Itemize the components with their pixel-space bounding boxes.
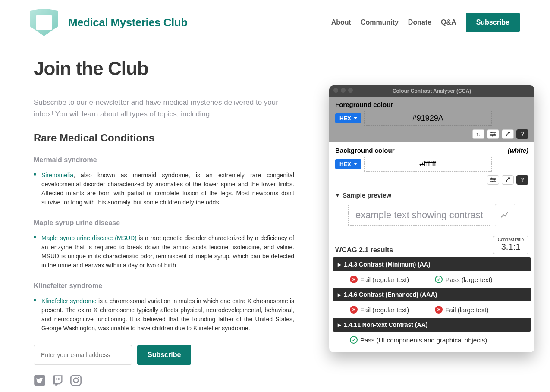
- fail-icon: ✕: [350, 276, 358, 283]
- subscribe-button[interactable]: Subscribe: [466, 13, 520, 32]
- sliders-button[interactable]: [487, 129, 499, 139]
- criterion-1-4-6[interactable]: 1.4.6 Contrast (Enhanced) (AAA): [333, 288, 531, 301]
- email-field[interactable]: [34, 345, 132, 365]
- sliders-button-bg[interactable]: [487, 175, 499, 185]
- ratio-label: Contrast ratio: [498, 237, 524, 242]
- svg-point-5: [494, 134, 495, 135]
- minimize-icon[interactable]: [341, 88, 346, 93]
- main-content: Join the Club Subscribe to our e-newslet…: [0, 45, 328, 386]
- twitter-icon[interactable]: [34, 374, 46, 386]
- sample-preview-section: Sample preview example text showing cont…: [329, 188, 534, 232]
- cca-titlebar[interactable]: Colour Contrast Analyser (CCA): [329, 85, 534, 97]
- chart-icon[interactable]: [495, 204, 515, 226]
- fail-icon: ✕: [435, 306, 443, 314]
- svg-point-6: [492, 135, 493, 137]
- list-item: Sirenomelia, also known as mermaid syndr…: [34, 171, 294, 207]
- nav-community[interactable]: Community: [361, 19, 399, 26]
- eyedropper-button[interactable]: [502, 129, 514, 139]
- sirenomelia-link[interactable]: Sirenomelia: [41, 172, 73, 179]
- svg-rect-1: [71, 376, 81, 386]
- msud-link[interactable]: Maple syrup urine disease (MSUD): [41, 235, 137, 241]
- svg-point-8: [494, 179, 495, 181]
- nav: About Community Donate Q&A Subscribe: [331, 13, 520, 32]
- subscribe-form: Subscribe: [34, 345, 294, 365]
- bg-format-select[interactable]: HEX: [335, 159, 361, 169]
- cca-title-text: Colour Contrast Analyser (CCA): [393, 88, 471, 94]
- condition-mermaid-list: Sirenomelia, also known as mermaid syndr…: [34, 171, 294, 207]
- condition-klinefelter-list: Klinefelter syndrome is a chromosomal va…: [34, 297, 294, 333]
- brand: Medical Mysteries Club: [30, 9, 188, 36]
- swap-button[interactable]: ↑↓: [472, 129, 484, 139]
- subscribe-submit-button[interactable]: Subscribe: [137, 345, 191, 365]
- help-button[interactable]: ?: [516, 129, 528, 139]
- page-title: Join the Club: [34, 58, 294, 79]
- nav-about[interactable]: About: [331, 19, 351, 26]
- svg-point-2: [74, 378, 79, 383]
- klinefelter-link[interactable]: Klinefelter syndrome: [41, 298, 97, 304]
- criterion-1-4-3-results: ✕Fail (regular text) ✓Pass (large text): [333, 273, 531, 288]
- ratio-value: 3.1:1: [498, 242, 524, 252]
- section-heading: Rare Medical Conditions: [34, 132, 294, 144]
- condition-mermaid-text: , also known as mermaid syndrome, is an …: [41, 172, 294, 206]
- crit1-regular: Fail (regular text): [360, 276, 409, 283]
- results-label: WCAG 2.1 results: [335, 246, 393, 254]
- condition-maple-title: Maple syrup urine disease: [34, 219, 294, 227]
- white-note: (white): [508, 147, 528, 154]
- background-section: Background colour(white) HEX ?: [329, 142, 534, 188]
- header: Medical Mysteries Club About Community D…: [0, 0, 550, 45]
- criterion-1-4-6-results: ✕Fail (regular text) ✕Fail (large text): [333, 303, 531, 318]
- criterion-1-4-3[interactable]: 1.4.3 Contrast (Minimum) (AA): [333, 257, 531, 271]
- criterion-1-4-11[interactable]: 1.4.11 Non-text Contrast (AA): [333, 318, 531, 332]
- eyedropper-button-bg[interactable]: [502, 175, 514, 185]
- logo-icon: [30, 9, 58, 36]
- crit2-regular: Fail (regular text): [360, 306, 409, 314]
- list-item: Klinefelter syndrome is a chromosomal va…: [34, 297, 294, 333]
- list-item: Maple syrup urine disease (MSUD) is a ra…: [34, 234, 294, 270]
- intro-text: Subscribe to our e-newsletter and have m…: [34, 97, 294, 120]
- cca-window: Colour Contrast Analyser (CCA) Foregroun…: [329, 85, 534, 352]
- crit3-result: Pass (UI components and graphical object…: [360, 336, 487, 344]
- background-label: Background colour: [335, 147, 395, 154]
- sample-preview-toggle[interactable]: Sample preview: [335, 191, 528, 199]
- instagram-icon[interactable]: [70, 374, 82, 386]
- nav-qa[interactable]: Q&A: [441, 19, 456, 26]
- nav-donate[interactable]: Donate: [408, 19, 431, 26]
- foreground-label: Foreground colour: [335, 101, 393, 108]
- contrast-ratio-box: Contrast ratio 3.1:1: [493, 236, 528, 254]
- brand-title: Medical Mysteries Club: [68, 16, 188, 29]
- wcag-results: WCAG 2.1 results Contrast ratio 3.1:1 1.…: [329, 232, 534, 352]
- fg-format-select[interactable]: HEX: [335, 113, 361, 123]
- svg-point-9: [492, 181, 493, 182]
- help-button-bg[interactable]: ?: [516, 175, 528, 185]
- close-icon[interactable]: [333, 88, 338, 93]
- crit2-large: Fail (large text): [445, 306, 488, 314]
- condition-klinefelter-title: Klinefelter syndrome: [34, 282, 294, 290]
- bg-color-input[interactable]: [364, 157, 492, 172]
- svg-point-3: [78, 377, 79, 378]
- pass-icon: ✓: [350, 336, 358, 344]
- sample-text-box: example text showing contrast: [348, 205, 490, 226]
- condition-mermaid-title: Mermaid syndrome: [34, 156, 294, 164]
- criterion-1-4-11-results: ✓Pass (UI components and graphical objec…: [333, 333, 531, 348]
- social-links: [34, 374, 294, 386]
- fg-color-input[interactable]: [364, 111, 492, 126]
- svg-point-7: [491, 178, 493, 179]
- twitch-icon[interactable]: [52, 374, 64, 386]
- crit1-large: Pass (large text): [445, 276, 492, 283]
- svg-point-4: [491, 132, 493, 133]
- fail-icon: ✕: [350, 306, 358, 314]
- pass-icon: ✓: [435, 276, 443, 283]
- window-controls[interactable]: [333, 88, 353, 93]
- maximize-icon[interactable]: [348, 88, 353, 93]
- foreground-section: Foreground colour HEX ↑↓ ?: [329, 97, 534, 142]
- condition-maple-list: Maple syrup urine disease (MSUD) is a ra…: [34, 234, 294, 270]
